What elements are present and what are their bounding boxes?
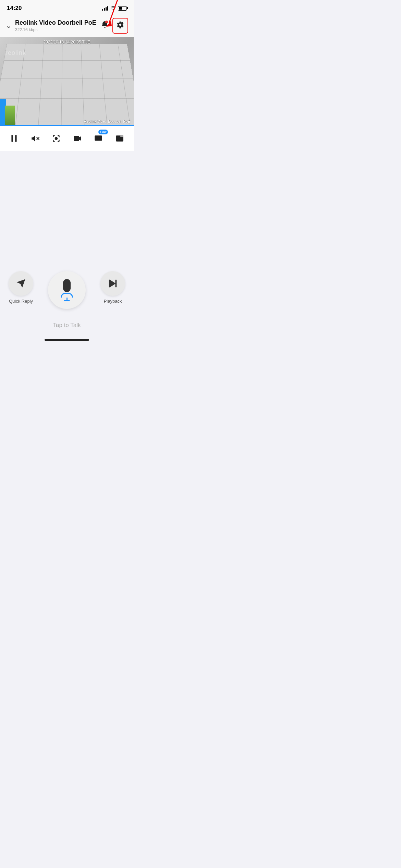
main-content	[0, 151, 134, 261]
svg-rect-4	[15, 135, 16, 142]
quality-button[interactable]: Low	[91, 131, 106, 146]
svg-point-7	[55, 137, 58, 140]
header-title-block: Reolink Video Doorbell PoE 322.16 kbps	[15, 19, 97, 32]
quality-badge: Low	[98, 130, 108, 134]
corner-object	[5, 106, 15, 126]
svg-rect-20	[116, 280, 117, 288]
mute-button[interactable]	[27, 131, 42, 146]
video-device-label: Reolink Video Doorbell PoE	[84, 119, 130, 123]
chevron-down-icon[interactable]: ⌄	[5, 21, 12, 30]
pause-button[interactable]	[7, 131, 22, 146]
video-feed[interactable]: 2022/10/18 14:20:05 TUE reolink Reolink …	[0, 37, 134, 126]
svg-rect-16	[120, 135, 123, 137]
home-bar	[45, 339, 89, 341]
video-watermark: reolink	[5, 49, 26, 57]
svg-rect-11	[96, 139, 97, 140]
action-row: Quick Reply Playback	[9, 271, 125, 309]
controls-toolbar: Low	[0, 126, 134, 151]
svg-marker-18	[110, 280, 116, 288]
svg-rect-3	[11, 135, 13, 142]
quick-reply-button[interactable]: Quick Reply	[9, 271, 33, 304]
microphone-button[interactable]	[48, 271, 86, 309]
red-arrow-icon	[106, 0, 126, 30]
device-speed: 322.16 kbps	[15, 27, 97, 32]
quick-reply-label: Quick Reply	[9, 299, 33, 304]
home-indicator	[0, 332, 134, 344]
svg-line-1	[109, 0, 123, 23]
svg-rect-8	[74, 136, 79, 141]
tap-to-talk-label: Tap to Talk	[53, 322, 81, 329]
svg-marker-17	[17, 279, 25, 288]
screenshot-button[interactable]	[49, 131, 64, 146]
svg-point-15	[118, 137, 119, 138]
svg-rect-19	[109, 280, 110, 288]
bottom-actions: Quick Reply Playback	[0, 261, 134, 332]
playback-label: Playback	[104, 299, 122, 304]
playback-button[interactable]: Playback	[100, 271, 125, 304]
gallery-button[interactable]	[112, 131, 127, 146]
svg-marker-2	[106, 21, 112, 27]
svg-marker-9	[79, 136, 81, 141]
svg-rect-13	[100, 137, 101, 140]
playback-circle	[100, 271, 125, 296]
quick-reply-circle	[9, 271, 33, 296]
mic-circle	[48, 271, 86, 309]
status-time: 14:20	[7, 5, 22, 12]
mic-icon	[61, 279, 73, 301]
video-timestamp: 2022/10/18 14:20:05 TUE	[43, 40, 90, 45]
record-button[interactable]	[70, 131, 85, 146]
svg-rect-12	[98, 138, 99, 140]
device-name: Reolink Video Doorbell PoE	[15, 19, 97, 27]
video-progress-bar	[0, 125, 134, 126]
